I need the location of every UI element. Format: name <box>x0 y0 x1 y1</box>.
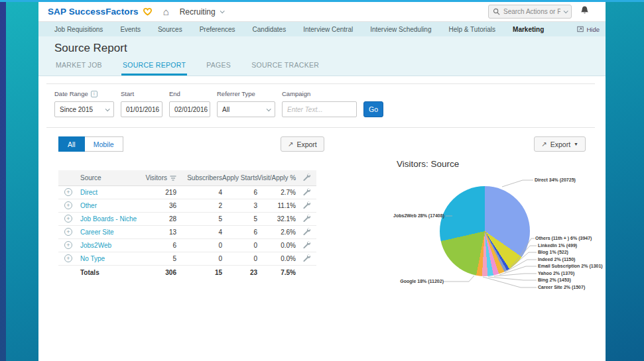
visitors-cell: 5 <box>131 252 176 265</box>
visit-apply-cell: 0.0% <box>257 238 296 252</box>
nav-item-job-requisitions[interactable]: Job Requisitions <box>46 26 111 33</box>
expand-row-icon[interactable]: + <box>64 201 72 209</box>
nav-item-events[interactable]: Events <box>111 26 149 33</box>
divider <box>46 83 595 84</box>
segment-mobile[interactable]: Mobile <box>85 136 123 152</box>
visit-apply-cell: 2.7% <box>257 185 296 199</box>
pie-label-google: Google 18% (11202) <box>400 279 444 284</box>
totals-row: Totals30615237.5% <box>58 265 316 280</box>
module-name: Recruiting <box>180 7 216 17</box>
table-body: +Direct219462.7%+Other362311.1%+Job Boar… <box>58 185 316 280</box>
source-link[interactable]: No Type <box>80 255 105 262</box>
tool-wrench-icon[interactable] <box>302 187 310 195</box>
pie-label-email-subscription: Email Subscription 2% (1301) <box>538 264 603 268</box>
col-apply-starts[interactable]: Apply Starts <box>222 170 257 185</box>
start-date-input[interactable]: 01/01/2016 <box>121 101 162 117</box>
referrer-type-select[interactable]: All <box>217 101 275 117</box>
source-link[interactable]: Career Site <box>80 229 114 236</box>
global-search-input[interactable]: Search Actions or People <box>488 5 572 19</box>
info-icon[interactable] <box>91 91 97 97</box>
col-visitors[interactable]: Visitors <box>131 170 176 185</box>
visitors-cell: 6 <box>131 238 176 252</box>
nav-item-interview-scheduling[interactable]: Interview Scheduling <box>361 26 440 33</box>
tab-market-job[interactable]: MARKET JOB <box>54 61 103 76</box>
source-link[interactable]: Direct <box>80 189 97 196</box>
expand-row-icon[interactable]: + <box>64 254 72 262</box>
caret-down-icon: ▼ <box>574 142 578 146</box>
main-nav: Job RequisitionsEventsSourcesPreferences… <box>38 22 606 36</box>
source-link[interactable]: Job Boards - Niche <box>80 215 137 223</box>
app-window: SAP SuccessFactors ⌂ Recruiting Search A… <box>38 2 606 361</box>
visit-apply-cell: 11.1% <box>257 199 296 212</box>
expand-row-icon[interactable]: + <box>64 241 72 249</box>
module-switcher[interactable]: Recruiting <box>180 7 224 17</box>
campaign-input[interactable]: Enter Text... <box>282 101 357 117</box>
nav-item-sources[interactable]: Sources <box>149 26 191 33</box>
page-content: Date Range Since 2015 Start 01/01/2016 <box>38 76 606 361</box>
date-range-select[interactable]: Since 2015 <box>54 101 114 117</box>
apply-starts-cell: 0 <box>222 238 257 252</box>
visitors-source-chart: Visitors: Source Direct 34% (20725)Other… <box>388 156 605 315</box>
col-visit-apply[interactable]: Visit/Apply % <box>257 170 296 185</box>
table-header: SourceVisitorsSubscribersApply StartsVis… <box>58 170 316 185</box>
tab-source-report[interactable]: SOURCE REPORT <box>121 61 187 76</box>
nav-item-marketing[interactable]: Marketing <box>504 26 552 33</box>
visitors-cell: 36 <box>131 199 176 212</box>
tab-pages[interactable]: PAGES <box>205 61 232 76</box>
subscribers-cell: 4 <box>176 225 222 238</box>
export-menu-button[interactable]: ↗ Export ▼ <box>534 136 586 152</box>
expand-row-icon[interactable]: + <box>64 188 72 196</box>
nav-item-preferences[interactable]: Preferences <box>191 26 244 33</box>
pie-chart[interactable] <box>440 186 530 276</box>
pie-label-others-11th-: Others (11th + ) 6% (3947) <box>535 236 592 240</box>
tool-wrench-icon[interactable] <box>302 173 310 181</box>
col-source[interactable]: Source <box>78 170 131 185</box>
left-navy-strip <box>0 2 6 361</box>
tool-wrench-icon[interactable] <box>302 214 310 222</box>
segment-all[interactable]: All <box>58 136 85 152</box>
table-row: +Job Boards - Niche285532.1% <box>58 212 316 225</box>
heart-logo-icon <box>142 7 153 17</box>
table-row: +Direct219462.7% <box>58 185 316 199</box>
notifications-bell-icon[interactable] <box>580 5 590 18</box>
campaign-label: Campaign <box>282 90 357 97</box>
nav-item-help-tutorials[interactable]: Help & Tutorials <box>440 26 504 33</box>
expand-row-icon[interactable]: + <box>64 215 72 223</box>
filter-icon[interactable] <box>170 176 176 181</box>
pie-label-direct: Direct 34% (20725) <box>535 178 576 182</box>
pie-label-bing: Bing 2% (1453) <box>538 278 571 282</box>
tool-wrench-icon[interactable] <box>302 201 310 209</box>
nav-item-interview-central[interactable]: Interview Central <box>294 26 361 33</box>
pie-label-blog: Blog 1% (522) <box>538 250 568 254</box>
tab-source-tracker[interactable]: SOURCE TRACKER <box>250 61 320 76</box>
col-subscribers[interactable]: Subscribers <box>176 170 222 185</box>
tool-wrench-icon[interactable] <box>302 227 310 235</box>
source-link[interactable]: Jobs2Web <box>80 242 111 249</box>
sap-successfactors-logo: SAP SuccessFactors <box>48 7 139 17</box>
search-icon <box>493 8 500 15</box>
apply-starts-cell: 5 <box>222 212 257 225</box>
subscribers-cell: 4 <box>176 185 222 199</box>
apply-starts-cell: 3 <box>222 199 257 212</box>
go-button[interactable]: Go <box>363 101 383 117</box>
visit-apply-cell: 0.0% <box>257 252 296 265</box>
hide-label: Hide <box>586 26 600 33</box>
hide-button[interactable]: Hide <box>577 26 600 33</box>
export-arrow-icon: ↗ <box>541 140 547 148</box>
export-button[interactable]: ↗ Export <box>281 136 324 152</box>
referrer-type-label: Referrer Type <box>217 90 275 97</box>
nav-item-candidates[interactable]: Candidates <box>244 26 295 33</box>
end-date-label: End <box>169 90 210 97</box>
table-row: +Other362311.1% <box>58 199 316 212</box>
home-icon[interactable]: ⌂ <box>163 6 169 17</box>
divider <box>46 127 595 128</box>
tool-wrench-icon[interactable] <box>302 254 310 262</box>
source-link[interactable]: Other <box>80 202 97 209</box>
chevron-down-icon <box>105 107 110 111</box>
end-date-input[interactable]: 02/01/2016 <box>169 101 210 117</box>
chart-title: Visitors: Source <box>397 159 459 169</box>
source-report-table: SourceVisitorsSubscribersApply StartsVis… <box>58 170 316 280</box>
subscribers-cell: 0 <box>176 238 222 252</box>
expand-row-icon[interactable]: + <box>64 228 72 236</box>
tool-wrench-icon[interactable] <box>302 240 310 248</box>
